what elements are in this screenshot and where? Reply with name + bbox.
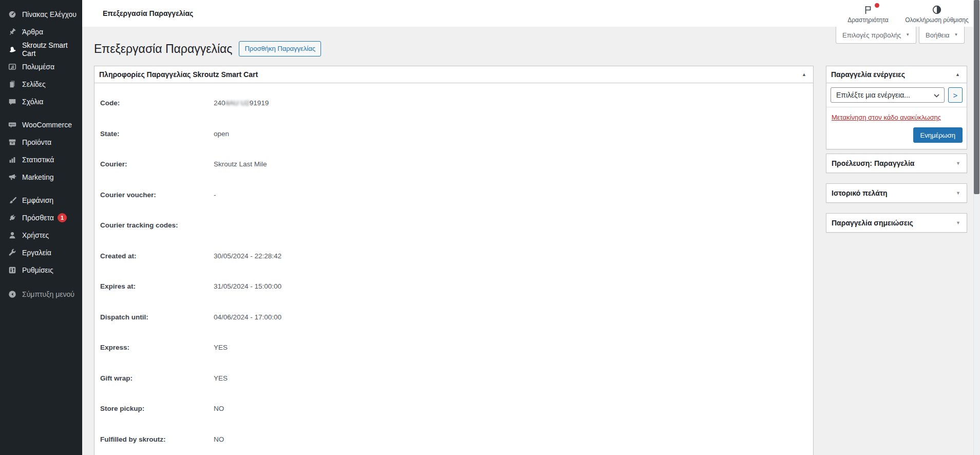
setup-completion-button[interactable]: Ολοκλήρωση ρύθμισης bbox=[897, 5, 977, 24]
customer-history-panel[interactable]: Ιστορικό πελάτη ▼ bbox=[826, 183, 967, 203]
sidebar-item-label: Στατιστικά bbox=[22, 156, 54, 164]
sidebar-item-pages[interactable]: Σελίδες bbox=[0, 75, 82, 93]
sidebar-item-label: Πολυμέσα bbox=[22, 63, 54, 71]
activity-button[interactable]: Δραστηριότητα bbox=[844, 5, 892, 24]
megaphone-icon bbox=[7, 172, 17, 182]
toolbar-page-title: Επεξεργασία Παραγγελίας bbox=[103, 0, 193, 27]
sidebar-item-comments[interactable]: Σχόλια bbox=[0, 93, 82, 110]
field-row-express: Express: YES bbox=[95, 332, 813, 363]
scrollbar-thumb[interactable] bbox=[974, 0, 979, 194]
field-value: open bbox=[214, 130, 229, 138]
redacted-text: 4AU U2 bbox=[225, 99, 250, 107]
page-heading: Επεξεργασία Παραγγελίας Προσθήκη Παραγγε… bbox=[94, 41, 321, 56]
screen-options-tab[interactable]: Επιλογές προβολής ▼ bbox=[836, 27, 916, 44]
plugin-icon bbox=[7, 213, 17, 223]
sidebar-item-label: WooCommerce bbox=[22, 121, 72, 129]
field-row-state: State: open bbox=[95, 119, 813, 149]
expand-down-icon[interactable]: ▼ bbox=[956, 191, 960, 196]
field-row-expires-at: Expires at: 31/05/2024 - 15:00:00 bbox=[95, 271, 813, 302]
collapse-up-icon[interactable]: ▲ bbox=[802, 72, 806, 77]
sidebar-collapse-menu[interactable]: Σύμπτυξη μενού bbox=[0, 286, 82, 303]
apply-action-button[interactable]: > bbox=[948, 87, 963, 103]
customer-history-panel-title: Ιστορικό πελάτη bbox=[832, 189, 888, 197]
sidebar-item-products[interactable]: Προϊόντα bbox=[0, 134, 82, 151]
help-label: Βοήθεια bbox=[926, 31, 950, 39]
order-actions-panel-header[interactable]: Παραγγελία ενέργειες ▲ bbox=[826, 66, 967, 83]
chevron-down-icon: ▼ bbox=[906, 33, 910, 37]
activity-label: Δραστηριότητα bbox=[847, 16, 889, 24]
sidebar-item-label: Πίνακας Ελέγχου bbox=[22, 10, 77, 18]
order-attribution-panel[interactable]: Προέλευση: Παραγγελία ▼ bbox=[826, 154, 967, 173]
field-value: 30/05/2024 - 22:28:42 bbox=[214, 252, 281, 260]
field-label: Code: bbox=[100, 99, 214, 107]
sidebar-item-tools[interactable]: Εργαλεία bbox=[0, 244, 82, 261]
stats-icon bbox=[7, 155, 17, 165]
order-action-select[interactable]: Επιλέξτε μια ενέργεια... bbox=[831, 87, 945, 103]
sidebar-item-settings[interactable]: Ρυθμίσεις bbox=[0, 261, 82, 279]
order-notes-panel[interactable]: Παραγγελία σημειώσεις ▼ bbox=[826, 213, 967, 233]
pages-icon bbox=[7, 79, 17, 89]
field-label: Created at: bbox=[100, 252, 214, 260]
expand-down-icon[interactable]: ▼ bbox=[956, 161, 960, 166]
appearance-icon bbox=[7, 195, 17, 205]
field-row-store-pickup: Store pickup: NO bbox=[95, 393, 813, 424]
move-to-trash-link[interactable]: Μετακίνηση στον κάδο ανακύκλωσης bbox=[832, 113, 941, 121]
sidebar-item-dashboard[interactable]: Πίνακας Ελέγχου bbox=[0, 6, 82, 23]
sidebar-item-woocommerce[interactable]: WOO WooCommerce bbox=[0, 116, 82, 134]
add-order-button[interactable]: Προσθήκη Παραγγελίας bbox=[239, 41, 321, 56]
field-label: Store pickup: bbox=[100, 405, 214, 412]
field-label: Expires at: bbox=[100, 282, 214, 290]
vertical-scrollbar[interactable] bbox=[973, 0, 980, 455]
field-value: YES bbox=[214, 344, 228, 351]
update-button[interactable]: Ενημέρωση bbox=[913, 127, 963, 143]
sidebar-item-marketing[interactable]: Marketing bbox=[0, 168, 82, 186]
expand-down-icon[interactable]: ▼ bbox=[956, 221, 960, 225]
order-info-panel: Πληροφορίες Παραγγελίας Skroutz Smart Ca… bbox=[94, 66, 814, 455]
field-value: NO bbox=[214, 435, 224, 443]
sidebar-item-label: Άρθρα bbox=[22, 28, 43, 36]
screen-options-label: Επιλογές προβολής bbox=[842, 31, 901, 39]
sidebar-item-plugins[interactable]: Πρόσθετα 1 bbox=[0, 209, 82, 226]
sidebar-item-label: Εμφάνιση bbox=[22, 196, 53, 204]
field-row-dispatch-until: Dispatch until: 04/06/2024 - 17:00:00 bbox=[95, 302, 813, 333]
field-value: 04/06/2024 - 17:00:00 bbox=[214, 313, 281, 321]
sidebar-item-skroutz-smart-cart[interactable]: Skroutz Smart Cart bbox=[0, 41, 82, 58]
users-icon bbox=[7, 230, 17, 240]
order-attribution-panel-title: Προέλευση: Παραγγελία bbox=[832, 159, 914, 167]
setup-completion-label: Ολοκλήρωση ρύθμισης bbox=[905, 16, 969, 24]
sidebar-item-posts[interactable]: Άρθρα bbox=[0, 23, 82, 41]
sidebar-item-label: Σχόλια bbox=[22, 98, 43, 106]
field-row-created-at: Created at: 30/05/2024 - 22:28:42 bbox=[95, 241, 813, 272]
order-action-row: Επιλέξτε μια ενέργεια... > bbox=[826, 83, 967, 107]
help-tab[interactable]: Βοήθεια ▼ bbox=[919, 27, 965, 44]
field-value: NO bbox=[214, 405, 224, 412]
field-row-code: Code: 2404AU U291919 bbox=[95, 88, 813, 119]
sidebar-item-appearance[interactable]: Εμφάνιση bbox=[0, 192, 82, 209]
order-actions-footer: Μετακίνηση στον κάδο ανακύκλωσης Ενημέρω… bbox=[826, 107, 967, 149]
collapse-up-icon[interactable]: ▲ bbox=[955, 72, 960, 77]
tophat-icon bbox=[7, 44, 17, 54]
order-info-fields: Code: 2404AU U291919 State: open Courier… bbox=[95, 83, 813, 454]
field-value: YES bbox=[214, 374, 228, 382]
sidebar-item-label: Χρήστες bbox=[22, 231, 49, 239]
dashboard-icon bbox=[7, 9, 17, 20]
wordpress-admin-screen: Πίνακας Ελέγχου Άρθρα Skroutz Smart Cart… bbox=[0, 0, 980, 455]
sidebar-item-label: Σελίδες bbox=[22, 80, 46, 88]
sidebar-item-analytics[interactable]: Στατιστικά bbox=[0, 151, 82, 168]
sidebar-item-label: Εργαλεία bbox=[22, 249, 51, 257]
svg-text:WOO: WOO bbox=[10, 123, 15, 126]
chevron-down-icon bbox=[934, 91, 939, 99]
sidebar-item-label: Πρόσθετα bbox=[22, 214, 54, 222]
admin-sidebar: Πίνακας Ελέγχου Άρθρα Skroutz Smart Cart… bbox=[0, 0, 82, 455]
comment-icon bbox=[7, 97, 17, 107]
field-label: Gift wrap: bbox=[100, 374, 214, 382]
order-info-panel-title: Πληροφορίες Παραγγελίας Skroutz Smart Ca… bbox=[99, 70, 258, 79]
field-row-courier-voucher: Courier voucher: - bbox=[95, 180, 813, 211]
page-title: Επεξεργασία Παραγγελίας bbox=[94, 41, 232, 56]
order-info-panel-header[interactable]: Πληροφορίες Παραγγελίας Skroutz Smart Ca… bbox=[95, 66, 813, 83]
sidebar-item-media[interactable]: Πολυμέσα bbox=[0, 58, 82, 75]
notification-dot bbox=[875, 3, 879, 8]
field-label: State: bbox=[100, 130, 214, 138]
order-actions-panel: Παραγγελία ενέργειες ▲ Επιλέξτε μια ενέρ… bbox=[826, 66, 967, 149]
sidebar-item-users[interactable]: Χρήστες bbox=[0, 226, 82, 244]
